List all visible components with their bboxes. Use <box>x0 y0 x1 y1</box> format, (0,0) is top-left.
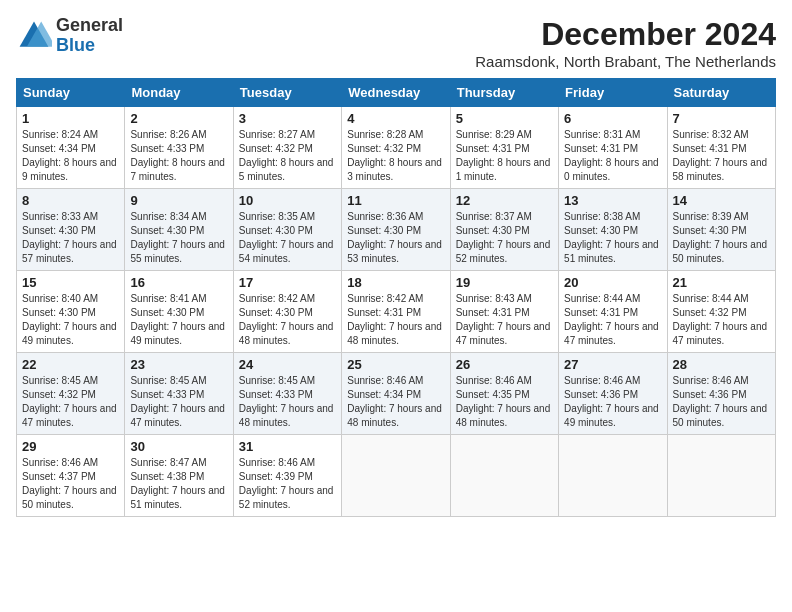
calendar-cell: 29Sunrise: 8:46 AM Sunset: 4:37 PM Dayli… <box>17 435 125 517</box>
day-number: 19 <box>456 275 553 290</box>
calendar-cell: 27Sunrise: 8:46 AM Sunset: 4:36 PM Dayli… <box>559 353 667 435</box>
day-info: Sunrise: 8:45 AM Sunset: 4:33 PM Dayligh… <box>130 374 227 430</box>
calendar-cell <box>667 435 775 517</box>
day-number: 27 <box>564 357 661 372</box>
day-info: Sunrise: 8:24 AM Sunset: 4:34 PM Dayligh… <box>22 128 119 184</box>
day-info: Sunrise: 8:37 AM Sunset: 4:30 PM Dayligh… <box>456 210 553 266</box>
calendar-cell: 8Sunrise: 8:33 AM Sunset: 4:30 PM Daylig… <box>17 189 125 271</box>
calendar-cell: 15Sunrise: 8:40 AM Sunset: 4:30 PM Dayli… <box>17 271 125 353</box>
day-info: Sunrise: 8:43 AM Sunset: 4:31 PM Dayligh… <box>456 292 553 348</box>
header-day-friday: Friday <box>559 79 667 107</box>
day-info: Sunrise: 8:35 AM Sunset: 4:30 PM Dayligh… <box>239 210 336 266</box>
day-number: 16 <box>130 275 227 290</box>
calendar-cell: 26Sunrise: 8:46 AM Sunset: 4:35 PM Dayli… <box>450 353 558 435</box>
calendar-cell: 25Sunrise: 8:46 AM Sunset: 4:34 PM Dayli… <box>342 353 450 435</box>
day-info: Sunrise: 8:45 AM Sunset: 4:33 PM Dayligh… <box>239 374 336 430</box>
calendar-cell: 18Sunrise: 8:42 AM Sunset: 4:31 PM Dayli… <box>342 271 450 353</box>
week-row-5: 29Sunrise: 8:46 AM Sunset: 4:37 PM Dayli… <box>17 435 776 517</box>
day-number: 21 <box>673 275 770 290</box>
calendar-cell: 1Sunrise: 8:24 AM Sunset: 4:34 PM Daylig… <box>17 107 125 189</box>
day-info: Sunrise: 8:45 AM Sunset: 4:32 PM Dayligh… <box>22 374 119 430</box>
day-number: 24 <box>239 357 336 372</box>
calendar-cell: 2Sunrise: 8:26 AM Sunset: 4:33 PM Daylig… <box>125 107 233 189</box>
title-block: December 2024 Raamsdonk, North Brabant, … <box>475 16 776 70</box>
header-day-tuesday: Tuesday <box>233 79 341 107</box>
calendar-cell: 31Sunrise: 8:46 AM Sunset: 4:39 PM Dayli… <box>233 435 341 517</box>
day-number: 28 <box>673 357 770 372</box>
day-info: Sunrise: 8:27 AM Sunset: 4:32 PM Dayligh… <box>239 128 336 184</box>
day-info: Sunrise: 8:44 AM Sunset: 4:32 PM Dayligh… <box>673 292 770 348</box>
day-info: Sunrise: 8:31 AM Sunset: 4:31 PM Dayligh… <box>564 128 661 184</box>
calendar-table: SundayMondayTuesdayWednesdayThursdayFrid… <box>16 78 776 517</box>
main-title: December 2024 <box>475 16 776 53</box>
calendar-cell: 9Sunrise: 8:34 AM Sunset: 4:30 PM Daylig… <box>125 189 233 271</box>
day-info: Sunrise: 8:41 AM Sunset: 4:30 PM Dayligh… <box>130 292 227 348</box>
day-number: 10 <box>239 193 336 208</box>
subtitle: Raamsdonk, North Brabant, The Netherland… <box>475 53 776 70</box>
day-info: Sunrise: 8:38 AM Sunset: 4:30 PM Dayligh… <box>564 210 661 266</box>
day-number: 9 <box>130 193 227 208</box>
calendar-cell <box>450 435 558 517</box>
day-number: 13 <box>564 193 661 208</box>
calendar-cell: 12Sunrise: 8:37 AM Sunset: 4:30 PM Dayli… <box>450 189 558 271</box>
day-number: 17 <box>239 275 336 290</box>
day-info: Sunrise: 8:42 AM Sunset: 4:30 PM Dayligh… <box>239 292 336 348</box>
day-info: Sunrise: 8:46 AM Sunset: 4:34 PM Dayligh… <box>347 374 444 430</box>
day-info: Sunrise: 8:42 AM Sunset: 4:31 PM Dayligh… <box>347 292 444 348</box>
day-info: Sunrise: 8:46 AM Sunset: 4:37 PM Dayligh… <box>22 456 119 512</box>
day-number: 2 <box>130 111 227 126</box>
day-info: Sunrise: 8:36 AM Sunset: 4:30 PM Dayligh… <box>347 210 444 266</box>
day-number: 6 <box>564 111 661 126</box>
calendar-cell: 16Sunrise: 8:41 AM Sunset: 4:30 PM Dayli… <box>125 271 233 353</box>
calendar-header-row: SundayMondayTuesdayWednesdayThursdayFrid… <box>17 79 776 107</box>
day-info: Sunrise: 8:44 AM Sunset: 4:31 PM Dayligh… <box>564 292 661 348</box>
week-row-3: 15Sunrise: 8:40 AM Sunset: 4:30 PM Dayli… <box>17 271 776 353</box>
calendar-cell: 24Sunrise: 8:45 AM Sunset: 4:33 PM Dayli… <box>233 353 341 435</box>
day-number: 11 <box>347 193 444 208</box>
calendar-cell: 13Sunrise: 8:38 AM Sunset: 4:30 PM Dayli… <box>559 189 667 271</box>
week-row-4: 22Sunrise: 8:45 AM Sunset: 4:32 PM Dayli… <box>17 353 776 435</box>
calendar-cell: 6Sunrise: 8:31 AM Sunset: 4:31 PM Daylig… <box>559 107 667 189</box>
calendar-cell: 17Sunrise: 8:42 AM Sunset: 4:30 PM Dayli… <box>233 271 341 353</box>
week-row-1: 1Sunrise: 8:24 AM Sunset: 4:34 PM Daylig… <box>17 107 776 189</box>
day-number: 5 <box>456 111 553 126</box>
calendar-cell: 19Sunrise: 8:43 AM Sunset: 4:31 PM Dayli… <box>450 271 558 353</box>
day-number: 22 <box>22 357 119 372</box>
day-info: Sunrise: 8:26 AM Sunset: 4:33 PM Dayligh… <box>130 128 227 184</box>
day-number: 3 <box>239 111 336 126</box>
day-info: Sunrise: 8:46 AM Sunset: 4:36 PM Dayligh… <box>673 374 770 430</box>
day-number: 14 <box>673 193 770 208</box>
day-info: Sunrise: 8:46 AM Sunset: 4:39 PM Dayligh… <box>239 456 336 512</box>
day-number: 23 <box>130 357 227 372</box>
day-info: Sunrise: 8:28 AM Sunset: 4:32 PM Dayligh… <box>347 128 444 184</box>
header-day-sunday: Sunday <box>17 79 125 107</box>
day-number: 7 <box>673 111 770 126</box>
logo-general: General <box>56 16 123 36</box>
calendar-cell <box>559 435 667 517</box>
calendar-cell: 4Sunrise: 8:28 AM Sunset: 4:32 PM Daylig… <box>342 107 450 189</box>
day-info: Sunrise: 8:39 AM Sunset: 4:30 PM Dayligh… <box>673 210 770 266</box>
calendar-cell: 20Sunrise: 8:44 AM Sunset: 4:31 PM Dayli… <box>559 271 667 353</box>
calendar-cell: 10Sunrise: 8:35 AM Sunset: 4:30 PM Dayli… <box>233 189 341 271</box>
day-number: 8 <box>22 193 119 208</box>
calendar-cell <box>342 435 450 517</box>
day-info: Sunrise: 8:33 AM Sunset: 4:30 PM Dayligh… <box>22 210 119 266</box>
header-day-wednesday: Wednesday <box>342 79 450 107</box>
calendar-cell: 30Sunrise: 8:47 AM Sunset: 4:38 PM Dayli… <box>125 435 233 517</box>
day-info: Sunrise: 8:29 AM Sunset: 4:31 PM Dayligh… <box>456 128 553 184</box>
day-number: 15 <box>22 275 119 290</box>
day-number: 12 <box>456 193 553 208</box>
day-number: 4 <box>347 111 444 126</box>
calendar-cell: 11Sunrise: 8:36 AM Sunset: 4:30 PM Dayli… <box>342 189 450 271</box>
logo-text: General Blue <box>56 16 123 56</box>
day-number: 29 <box>22 439 119 454</box>
day-number: 26 <box>456 357 553 372</box>
day-info: Sunrise: 8:47 AM Sunset: 4:38 PM Dayligh… <box>130 456 227 512</box>
logo-icon <box>16 18 52 54</box>
day-number: 1 <box>22 111 119 126</box>
page-header: General Blue December 2024 Raamsdonk, No… <box>16 16 776 70</box>
day-info: Sunrise: 8:46 AM Sunset: 4:36 PM Dayligh… <box>564 374 661 430</box>
calendar-cell: 22Sunrise: 8:45 AM Sunset: 4:32 PM Dayli… <box>17 353 125 435</box>
day-number: 31 <box>239 439 336 454</box>
calendar-cell: 7Sunrise: 8:32 AM Sunset: 4:31 PM Daylig… <box>667 107 775 189</box>
